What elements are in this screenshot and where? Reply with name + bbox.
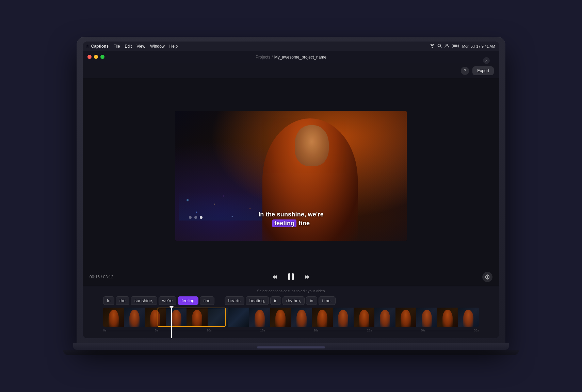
ruler-mark-15: 15s	[260, 329, 265, 332]
timeline-ruler: 0s 5s 10s 15s 20s 25s 30s 35s	[103, 327, 479, 333]
chip-fine[interactable]: fine	[200, 296, 214, 305]
film-frame-18	[458, 308, 479, 327]
battery-icon	[452, 44, 459, 49]
close-button[interactable]	[87, 55, 92, 59]
svg-point-0	[438, 44, 440, 47]
apple-menu-icon[interactable]: 	[87, 44, 88, 49]
person-head	[295, 125, 329, 166]
caption-line-1: In the sunshine, we're	[258, 211, 324, 218]
help-icon: ?	[464, 68, 466, 73]
minimize-button[interactable]	[94, 55, 98, 59]
keyboard-area	[63, 350, 519, 355]
traffic-lights	[83, 51, 109, 63]
film-frame-4	[166, 308, 187, 327]
laptop-bottom-chin	[73, 343, 509, 350]
playhead[interactable]	[171, 308, 172, 338]
ruler-mark-30: 30s	[420, 329, 425, 332]
film-frame-11	[312, 308, 333, 327]
film-frame-10	[291, 308, 312, 327]
film-frame-16	[416, 308, 437, 327]
chip-sunshine[interactable]: sunshine,	[131, 296, 157, 305]
chip-in2[interactable]: in	[270, 296, 281, 305]
chip-time[interactable]: time.	[319, 296, 336, 305]
caption-word-after: fine	[298, 220, 310, 227]
svg-line-1	[440, 47, 441, 48]
menu-captions[interactable]: Captions	[91, 44, 109, 49]
video-player[interactable]: In the sunshine, we're feeling fine	[175, 111, 407, 241]
playback-controls: 00:16 / 03:12	[83, 268, 499, 286]
ruler-mark-35: 35s	[474, 329, 479, 332]
film-frame-1	[103, 308, 124, 327]
timeline-hint: Select captions or clips to edit your vi…	[83, 286, 499, 295]
filmstrip[interactable]	[103, 308, 479, 327]
export-button[interactable]: Export	[472, 66, 494, 75]
chip-gap	[216, 299, 223, 303]
film-frame-9	[270, 308, 291, 327]
film-frame-12	[333, 308, 354, 327]
breadcrumb: Projects / My_awesome_project_name	[256, 55, 326, 60]
svg-rect-6	[292, 273, 294, 280]
laptop-screen-outer:  Captions File Edit View Window Help	[77, 37, 505, 343]
menu-window[interactable]: Window	[150, 44, 165, 49]
timecode-display: 00:16 / 03:12	[90, 275, 113, 279]
fast-forward-button[interactable]	[304, 274, 310, 280]
user-menu-icon	[444, 44, 449, 49]
pause-button[interactable]	[285, 271, 297, 283]
caption-line-2: feeling fine	[272, 219, 310, 227]
datetime-display: Mon Jul 17 9:41 AM	[462, 44, 495, 48]
film-frame-13	[354, 308, 374, 327]
caption-chips-row: In the sunshine, we're feeling fine hear…	[83, 295, 499, 308]
settings-button[interactable]	[482, 272, 492, 282]
video-frame: In the sunshine, we're feeling fine	[175, 111, 407, 241]
film-frame-17	[437, 308, 458, 327]
main-content: In the sunshine, we're feeling fine 00:1…	[83, 78, 499, 338]
chip-in[interactable]: In	[103, 296, 114, 305]
menu-edit[interactable]: Edit	[125, 44, 132, 49]
caption-word-highlighted[interactable]: feeling	[272, 219, 296, 227]
fullscreen-button[interactable]	[100, 55, 104, 59]
titlebar-close-icon[interactable]: ✕	[483, 57, 490, 64]
breadcrumb-project-name[interactable]: My_awesome_project_name	[274, 55, 326, 60]
ruler-mark-5: 5s	[155, 329, 158, 332]
ruler-mark-0: 0s	[103, 329, 107, 332]
film-frame-14	[374, 308, 395, 327]
chip-in3[interactable]: in	[306, 296, 317, 305]
chip-hearts[interactable]: hearts	[225, 296, 244, 305]
chip-rhythm[interactable]: rhythm,	[282, 296, 305, 305]
rewind-button[interactable]	[272, 274, 278, 280]
film-frame-2	[124, 308, 145, 327]
ruler-mark-25: 25s	[367, 329, 372, 332]
chip-feeling[interactable]: feeling	[178, 296, 198, 305]
video-section: In the sunshine, we're feeling fine	[83, 78, 499, 268]
ruler-track: 0s 5s 10s 15s 20s 25s 30s 35s	[103, 331, 479, 331]
ruler-mark-10: 10s	[207, 329, 212, 332]
film-frame-5	[187, 308, 207, 327]
chip-were[interactable]: we're	[159, 296, 177, 305]
timeline-section: Select captions or clips to edit your vi…	[83, 286, 499, 338]
svg-rect-5	[288, 273, 290, 280]
film-frame-8	[249, 308, 270, 327]
film-frame-7	[228, 308, 249, 327]
svg-point-8	[487, 276, 488, 278]
captions-overlay: In the sunshine, we're feeling fine	[175, 211, 407, 227]
breadcrumb-projects[interactable]: Projects	[256, 55, 270, 60]
menu-help[interactable]: Help	[169, 44, 178, 49]
breadcrumb-separator: /	[272, 55, 273, 60]
menubar:  Captions File Edit View Window Help	[83, 42, 499, 51]
ruler-mark-20: 20s	[313, 329, 319, 332]
svg-rect-4	[453, 45, 457, 47]
menu-file[interactable]: File	[113, 44, 120, 49]
toolbar: ? Export	[83, 63, 499, 78]
menu-view[interactable]: View	[136, 44, 145, 49]
screen-bezel:  Captions File Edit View Window Help	[83, 42, 499, 338]
film-frame-15	[395, 308, 416, 327]
chip-beating[interactable]: beating,	[246, 296, 269, 305]
film-frame-3	[145, 308, 166, 327]
chip-the[interactable]: the	[116, 296, 129, 305]
trackpad-bar	[257, 346, 325, 348]
filmstrip-container: 0s 5s 10s 15s 20s 25s 30s 35s	[83, 308, 499, 338]
search-menu-icon[interactable]	[437, 44, 442, 49]
film-frame-6	[208, 308, 228, 327]
help-button[interactable]: ?	[461, 67, 469, 75]
wifi-icon	[430, 44, 435, 49]
